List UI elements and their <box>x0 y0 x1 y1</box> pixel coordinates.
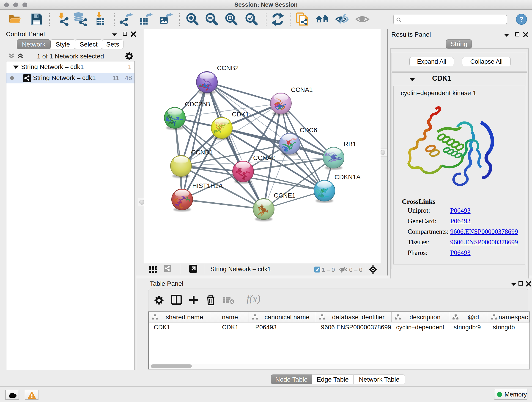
svg-text:CDK1: CDK1 <box>232 111 249 118</box>
svg-text:?: ? <box>519 15 524 23</box>
svg-text:CDC25B: CDC25B <box>185 101 210 108</box>
svg-text:CCNE1: CCNE1 <box>274 192 296 199</box>
svg-text:CDKN1A: CDKN1A <box>335 173 361 181</box>
svg-text:CDC6: CDC6 <box>300 127 317 134</box>
svg-text:CCNA2: CCNA2 <box>253 154 275 161</box>
svg-text:CCNA1: CCNA1 <box>291 86 313 93</box>
svg-text:RB1: RB1 <box>344 140 356 148</box>
svg-text:CCNB1: CCNB1 <box>191 149 213 156</box>
svg-text:HIST1H1A: HIST1H1A <box>192 182 223 189</box>
svg-text:CCNB2: CCNB2 <box>217 64 239 71</box>
